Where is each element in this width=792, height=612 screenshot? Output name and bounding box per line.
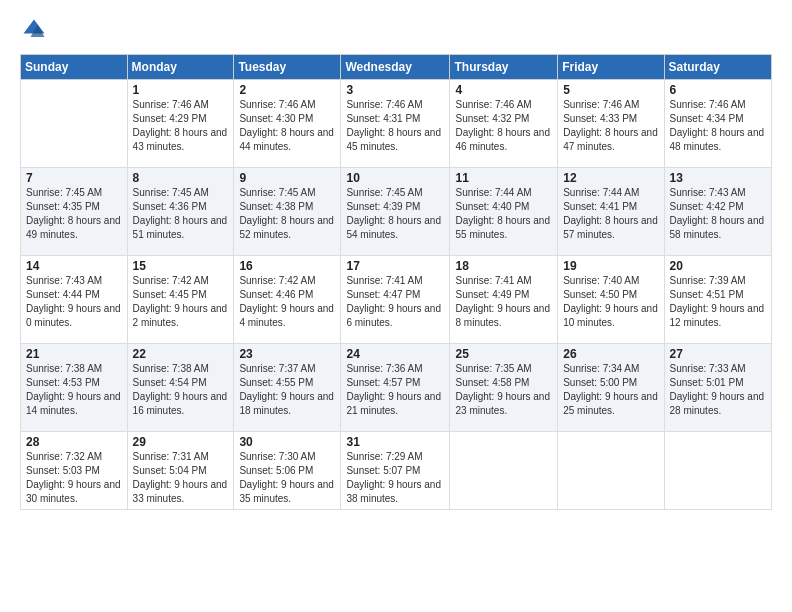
calendar-cell: 9Sunrise: 7:45 AMSunset: 4:38 PMDaylight… — [234, 168, 341, 256]
day-number: 14 — [26, 259, 122, 273]
day-number: 28 — [26, 435, 122, 449]
header — [20, 16, 772, 44]
day-number: 9 — [239, 171, 335, 185]
calendar-cell: 13Sunrise: 7:43 AMSunset: 4:42 PMDayligh… — [664, 168, 771, 256]
day-info: Sunrise: 7:40 AMSunset: 4:50 PMDaylight:… — [563, 274, 658, 330]
day-info: Sunrise: 7:41 AMSunset: 4:47 PMDaylight:… — [346, 274, 444, 330]
day-info: Sunrise: 7:39 AMSunset: 4:51 PMDaylight:… — [670, 274, 766, 330]
day-number: 2 — [239, 83, 335, 97]
calendar-cell: 19Sunrise: 7:40 AMSunset: 4:50 PMDayligh… — [558, 256, 664, 344]
calendar-cell: 28Sunrise: 7:32 AMSunset: 5:03 PMDayligh… — [21, 432, 128, 510]
day-number: 7 — [26, 171, 122, 185]
day-number: 11 — [455, 171, 552, 185]
logo — [20, 16, 52, 44]
day-info: Sunrise: 7:41 AMSunset: 4:49 PMDaylight:… — [455, 274, 552, 330]
calendar-cell: 18Sunrise: 7:41 AMSunset: 4:49 PMDayligh… — [450, 256, 558, 344]
day-info: Sunrise: 7:38 AMSunset: 4:53 PMDaylight:… — [26, 362, 122, 418]
day-info: Sunrise: 7:46 AMSunset: 4:29 PMDaylight:… — [133, 98, 229, 154]
calendar-cell: 23Sunrise: 7:37 AMSunset: 4:55 PMDayligh… — [234, 344, 341, 432]
calendar-cell: 16Sunrise: 7:42 AMSunset: 4:46 PMDayligh… — [234, 256, 341, 344]
day-number: 8 — [133, 171, 229, 185]
day-number: 15 — [133, 259, 229, 273]
day-info: Sunrise: 7:46 AMSunset: 4:31 PMDaylight:… — [346, 98, 444, 154]
calendar-cell — [450, 432, 558, 510]
calendar-cell: 29Sunrise: 7:31 AMSunset: 5:04 PMDayligh… — [127, 432, 234, 510]
calendar-cell: 31Sunrise: 7:29 AMSunset: 5:07 PMDayligh… — [341, 432, 450, 510]
day-info: Sunrise: 7:42 AMSunset: 4:46 PMDaylight:… — [239, 274, 335, 330]
calendar-week-row: 21Sunrise: 7:38 AMSunset: 4:53 PMDayligh… — [21, 344, 772, 432]
calendar-cell — [558, 432, 664, 510]
day-number: 20 — [670, 259, 766, 273]
calendar-cell: 14Sunrise: 7:43 AMSunset: 4:44 PMDayligh… — [21, 256, 128, 344]
calendar-cell: 8Sunrise: 7:45 AMSunset: 4:36 PMDaylight… — [127, 168, 234, 256]
calendar-cell: 10Sunrise: 7:45 AMSunset: 4:39 PMDayligh… — [341, 168, 450, 256]
day-info: Sunrise: 7:31 AMSunset: 5:04 PMDaylight:… — [133, 450, 229, 506]
calendar-cell: 24Sunrise: 7:36 AMSunset: 4:57 PMDayligh… — [341, 344, 450, 432]
day-info: Sunrise: 7:36 AMSunset: 4:57 PMDaylight:… — [346, 362, 444, 418]
calendar-cell: 2Sunrise: 7:46 AMSunset: 4:30 PMDaylight… — [234, 80, 341, 168]
calendar-cell — [21, 80, 128, 168]
day-number: 19 — [563, 259, 658, 273]
day-number: 6 — [670, 83, 766, 97]
calendar-day-header: Tuesday — [234, 55, 341, 80]
calendar-day-header: Saturday — [664, 55, 771, 80]
day-number: 24 — [346, 347, 444, 361]
calendar-cell: 6Sunrise: 7:46 AMSunset: 4:34 PMDaylight… — [664, 80, 771, 168]
logo-icon — [20, 16, 48, 44]
calendar-cell: 26Sunrise: 7:34 AMSunset: 5:00 PMDayligh… — [558, 344, 664, 432]
calendar-day-header: Monday — [127, 55, 234, 80]
day-info: Sunrise: 7:33 AMSunset: 5:01 PMDaylight:… — [670, 362, 766, 418]
day-info: Sunrise: 7:35 AMSunset: 4:58 PMDaylight:… — [455, 362, 552, 418]
day-info: Sunrise: 7:44 AMSunset: 4:41 PMDaylight:… — [563, 186, 658, 242]
calendar-week-row: 28Sunrise: 7:32 AMSunset: 5:03 PMDayligh… — [21, 432, 772, 510]
calendar-cell: 27Sunrise: 7:33 AMSunset: 5:01 PMDayligh… — [664, 344, 771, 432]
calendar-cell: 12Sunrise: 7:44 AMSunset: 4:41 PMDayligh… — [558, 168, 664, 256]
calendar-day-header: Wednesday — [341, 55, 450, 80]
day-number: 26 — [563, 347, 658, 361]
day-info: Sunrise: 7:46 AMSunset: 4:33 PMDaylight:… — [563, 98, 658, 154]
day-info: Sunrise: 7:29 AMSunset: 5:07 PMDaylight:… — [346, 450, 444, 506]
calendar-week-row: 14Sunrise: 7:43 AMSunset: 4:44 PMDayligh… — [21, 256, 772, 344]
day-number: 13 — [670, 171, 766, 185]
day-info: Sunrise: 7:34 AMSunset: 5:00 PMDaylight:… — [563, 362, 658, 418]
day-number: 1 — [133, 83, 229, 97]
day-number: 31 — [346, 435, 444, 449]
day-info: Sunrise: 7:42 AMSunset: 4:45 PMDaylight:… — [133, 274, 229, 330]
day-number: 27 — [670, 347, 766, 361]
day-number: 4 — [455, 83, 552, 97]
calendar-cell: 21Sunrise: 7:38 AMSunset: 4:53 PMDayligh… — [21, 344, 128, 432]
day-number: 23 — [239, 347, 335, 361]
day-number: 17 — [346, 259, 444, 273]
calendar-table: SundayMondayTuesdayWednesdayThursdayFrid… — [20, 54, 772, 510]
calendar-cell: 7Sunrise: 7:45 AMSunset: 4:35 PMDaylight… — [21, 168, 128, 256]
day-number: 21 — [26, 347, 122, 361]
day-info: Sunrise: 7:45 AMSunset: 4:36 PMDaylight:… — [133, 186, 229, 242]
day-info: Sunrise: 7:46 AMSunset: 4:34 PMDaylight:… — [670, 98, 766, 154]
calendar-cell: 11Sunrise: 7:44 AMSunset: 4:40 PMDayligh… — [450, 168, 558, 256]
day-number: 30 — [239, 435, 335, 449]
day-info: Sunrise: 7:37 AMSunset: 4:55 PMDaylight:… — [239, 362, 335, 418]
calendar-cell: 3Sunrise: 7:46 AMSunset: 4:31 PMDaylight… — [341, 80, 450, 168]
page: SundayMondayTuesdayWednesdayThursdayFrid… — [0, 0, 792, 612]
day-info: Sunrise: 7:45 AMSunset: 4:39 PMDaylight:… — [346, 186, 444, 242]
day-number: 18 — [455, 259, 552, 273]
calendar-cell: 20Sunrise: 7:39 AMSunset: 4:51 PMDayligh… — [664, 256, 771, 344]
calendar-day-header: Thursday — [450, 55, 558, 80]
day-info: Sunrise: 7:43 AMSunset: 4:44 PMDaylight:… — [26, 274, 122, 330]
day-info: Sunrise: 7:30 AMSunset: 5:06 PMDaylight:… — [239, 450, 335, 506]
calendar-cell: 15Sunrise: 7:42 AMSunset: 4:45 PMDayligh… — [127, 256, 234, 344]
day-info: Sunrise: 7:32 AMSunset: 5:03 PMDaylight:… — [26, 450, 122, 506]
day-info: Sunrise: 7:43 AMSunset: 4:42 PMDaylight:… — [670, 186, 766, 242]
calendar-day-header: Sunday — [21, 55, 128, 80]
day-info: Sunrise: 7:45 AMSunset: 4:35 PMDaylight:… — [26, 186, 122, 242]
calendar-cell — [664, 432, 771, 510]
day-number: 5 — [563, 83, 658, 97]
calendar-cell: 1Sunrise: 7:46 AMSunset: 4:29 PMDaylight… — [127, 80, 234, 168]
calendar-cell: 5Sunrise: 7:46 AMSunset: 4:33 PMDaylight… — [558, 80, 664, 168]
day-number: 3 — [346, 83, 444, 97]
calendar-header-row: SundayMondayTuesdayWednesdayThursdayFrid… — [21, 55, 772, 80]
calendar-week-row: 7Sunrise: 7:45 AMSunset: 4:35 PMDaylight… — [21, 168, 772, 256]
day-info: Sunrise: 7:46 AMSunset: 4:30 PMDaylight:… — [239, 98, 335, 154]
day-number: 25 — [455, 347, 552, 361]
day-info: Sunrise: 7:45 AMSunset: 4:38 PMDaylight:… — [239, 186, 335, 242]
